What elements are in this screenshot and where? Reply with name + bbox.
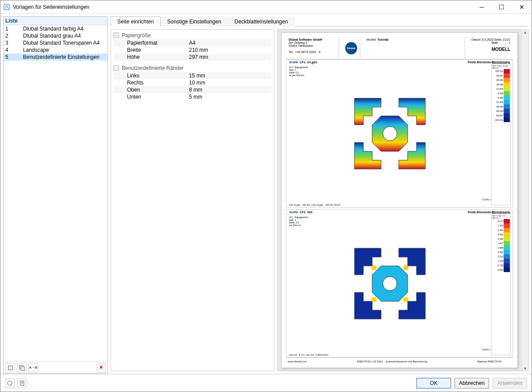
maximize-button[interactable]: ☐ [492, 0, 512, 13]
model-heading: MODELL [471, 47, 510, 52]
dialog-window: Vorlagen für Seiteneinstellungen ─ ☐ ✕ L… [0, 0, 532, 392]
legend-1: Querschnittswerte | Spannungen σx,ges [N… [491, 61, 511, 205]
group-paper-size[interactable]: − Papiergröße [114, 32, 271, 38]
property-row[interactable]: Rechts10 mm [114, 79, 271, 86]
collapse-icon[interactable]: − [114, 65, 119, 71]
collapse-icon[interactable]: − [114, 33, 119, 38]
list-item[interactable]: 2Dlubal Standard grau A4 [4, 32, 108, 39]
dlubal-logo-icon [505, 358, 511, 365]
label: Modell: [366, 38, 377, 41]
tab[interactable]: Seite einrichten [111, 16, 161, 27]
preview-panel: Dlubal Software GmbH Am Zellweg 2 93464 … [277, 29, 529, 371]
tab[interactable]: Deckblatteinstellungen [228, 16, 295, 27]
property-row[interactable]: PapierformatA4 [114, 39, 271, 46]
tab[interactable]: Sonstige Einstellungen [161, 16, 228, 27]
property-row[interactable]: Breite210 mm [114, 46, 271, 54]
close-button[interactable]: ✕ [512, 0, 532, 13]
list-item[interactable]: 1Dlubal Standard farbig A4 [4, 25, 108, 32]
list-item[interactable]: 5Benutzerdefinierte Einstellungen [4, 54, 108, 61]
new-template-button[interactable] [5, 363, 15, 373]
svg-rect-1 [8, 366, 12, 370]
svg-point-9 [403, 297, 409, 302]
addr-line: Am Zellweg 2 [289, 41, 307, 44]
stress-plot-1 [288, 61, 491, 205]
scroll-up-icon[interactable]: ▴ [524, 30, 526, 35]
group-label: Papiergröße [122, 32, 151, 38]
property-row[interactable]: Höhe297 mm [114, 54, 271, 61]
dialog-footer: OK Abbrechen Anwenden [0, 374, 532, 392]
list-item[interactable]: 3Dlubal Standard Tonersparen A4 [4, 39, 108, 46]
settings-panel: − Papiergröße PapierformatA4Breite210 mm… [111, 29, 274, 371]
svg-point-5 [383, 277, 397, 291]
company-name: Dlubal Software GmbH [289, 38, 322, 41]
tabs: Seite einrichtenSonstige EinstellungenDe… [111, 16, 529, 27]
group-label: Benutzerdefinierte Ränder [122, 65, 184, 71]
help-button[interactable] [5, 378, 15, 388]
minimize-button[interactable]: ─ [472, 0, 492, 13]
addr-line: 93464 Tiefenbach [289, 44, 313, 47]
page-footer: www.dlubal.com RSECTION 1.02.0011 - Quer… [286, 357, 513, 365]
scroll-down-icon[interactable]: ▾ [524, 366, 526, 371]
svg-rect-3 [21, 367, 24, 370]
right-panel: Seite einrichtenSonstige EinstellungenDe… [111, 16, 529, 374]
value: Tutorial [378, 38, 389, 41]
phone: Tel.: +49 9673 9203 - 0 [289, 50, 320, 54]
property-row[interactable]: Links15 mm [114, 72, 271, 79]
svg-point-7 [403, 265, 409, 270]
dlubal-logo-icon: Dlubal [345, 42, 357, 54]
legend-2: Querschnittswerte | Spannungen τtot [N/m… [491, 211, 511, 355]
property-row[interactable]: Oben8 mm [114, 86, 271, 93]
templates-list[interactable]: 1Dlubal Standard farbig A42Dlubal Standa… [4, 25, 108, 361]
page-preview: Dlubal Software GmbH Am Zellweg 2 93464 … [281, 32, 518, 368]
window-title: Vorlagen für Seiteneinstellungen [13, 4, 472, 10]
apply-button: Anwenden [493, 378, 527, 388]
group-margins[interactable]: − Benutzerdefinierte Ränder [114, 65, 271, 71]
settings-button[interactable] [17, 378, 27, 388]
templates-list-panel: Liste 1Dlubal Standard farbig A42Dlubal … [3, 16, 108, 374]
list-item[interactable]: 4Landscape [4, 46, 108, 54]
rename-template-button[interactable]: A→B [28, 363, 38, 373]
app-icon [3, 4, 10, 11]
copy-template-button[interactable] [17, 363, 27, 373]
list-header: Liste [4, 17, 108, 25]
ok-button[interactable]: OK [416, 378, 451, 388]
figure-2: Grafik LF1: τtot Finite-Elemente-Berechn… [286, 209, 513, 357]
cancel-button[interactable]: Abbrechen [455, 378, 489, 388]
list-toolbar: A→B ✕ [4, 361, 108, 373]
delete-template-button[interactable]: ✕ [96, 363, 106, 373]
figure-1: Grafik LF1: σx,ges Finite-Elemente-Berec… [286, 59, 513, 208]
property-row[interactable]: Unten5 mm [114, 93, 271, 100]
titlebar: Vorlagen für Seiteneinstellungen ─ ☐ ✕ [0, 0, 532, 14]
stress-plot-2 [288, 211, 491, 355]
preview-scrollbar[interactable]: ▴ ▾ [521, 30, 528, 371]
svg-point-6 [371, 265, 377, 270]
svg-point-4 [383, 127, 397, 141]
svg-point-8 [371, 297, 377, 302]
